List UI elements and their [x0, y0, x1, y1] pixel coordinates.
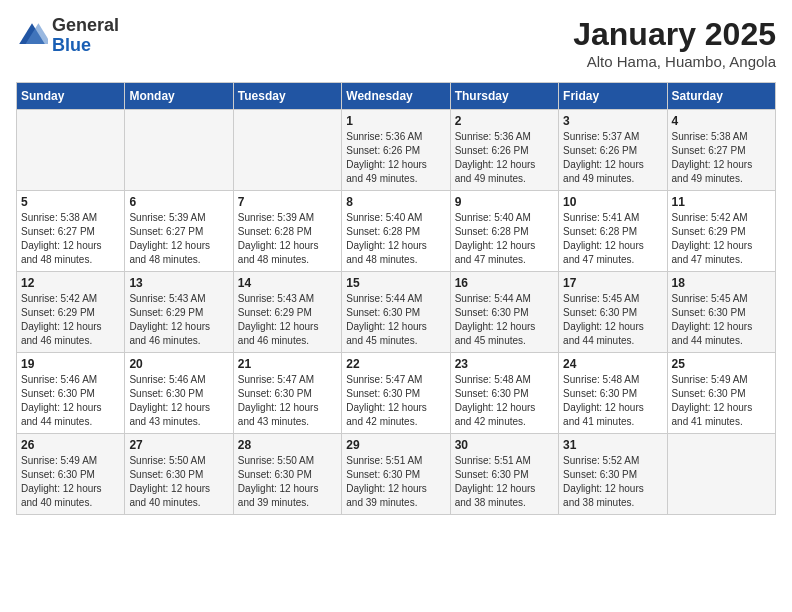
calendar-day-cell: 27Sunrise: 5:50 AM Sunset: 6:30 PM Dayli… [125, 434, 233, 515]
day-info: Sunrise: 5:36 AM Sunset: 6:26 PM Dayligh… [346, 130, 445, 186]
day-info: Sunrise: 5:46 AM Sunset: 6:30 PM Dayligh… [21, 373, 120, 429]
calendar-day-cell [667, 434, 775, 515]
page-header: General Blue January 2025 Alto Hama, Hua… [16, 16, 776, 70]
calendar-day-cell: 13Sunrise: 5:43 AM Sunset: 6:29 PM Dayli… [125, 272, 233, 353]
day-number: 19 [21, 357, 120, 371]
calendar-week-row: 5Sunrise: 5:38 AM Sunset: 6:27 PM Daylig… [17, 191, 776, 272]
day-info: Sunrise: 5:44 AM Sunset: 6:30 PM Dayligh… [346, 292, 445, 348]
day-number: 9 [455, 195, 554, 209]
day-info: Sunrise: 5:42 AM Sunset: 6:29 PM Dayligh… [672, 211, 771, 267]
calendar-week-row: 1Sunrise: 5:36 AM Sunset: 6:26 PM Daylig… [17, 110, 776, 191]
location-subtitle: Alto Hama, Huambo, Angola [573, 53, 776, 70]
day-number: 15 [346, 276, 445, 290]
day-number: 10 [563, 195, 662, 209]
calendar-table: SundayMondayTuesdayWednesdayThursdayFrid… [16, 82, 776, 515]
calendar-day-cell: 21Sunrise: 5:47 AM Sunset: 6:30 PM Dayli… [233, 353, 341, 434]
calendar-day-cell: 31Sunrise: 5:52 AM Sunset: 6:30 PM Dayli… [559, 434, 667, 515]
day-info: Sunrise: 5:43 AM Sunset: 6:29 PM Dayligh… [238, 292, 337, 348]
day-number: 30 [455, 438, 554, 452]
calendar-day-cell: 3Sunrise: 5:37 AM Sunset: 6:26 PM Daylig… [559, 110, 667, 191]
calendar-header-row: SundayMondayTuesdayWednesdayThursdayFrid… [17, 83, 776, 110]
calendar-week-row: 12Sunrise: 5:42 AM Sunset: 6:29 PM Dayli… [17, 272, 776, 353]
day-number: 7 [238, 195, 337, 209]
calendar-day-cell: 11Sunrise: 5:42 AM Sunset: 6:29 PM Dayli… [667, 191, 775, 272]
calendar-day-cell: 17Sunrise: 5:45 AM Sunset: 6:30 PM Dayli… [559, 272, 667, 353]
weekday-header: Monday [125, 83, 233, 110]
weekday-header: Tuesday [233, 83, 341, 110]
calendar-day-cell: 12Sunrise: 5:42 AM Sunset: 6:29 PM Dayli… [17, 272, 125, 353]
day-info: Sunrise: 5:45 AM Sunset: 6:30 PM Dayligh… [563, 292, 662, 348]
title-block: January 2025 Alto Hama, Huambo, Angola [573, 16, 776, 70]
calendar-day-cell: 8Sunrise: 5:40 AM Sunset: 6:28 PM Daylig… [342, 191, 450, 272]
day-number: 21 [238, 357, 337, 371]
day-number: 17 [563, 276, 662, 290]
logo: General Blue [16, 16, 119, 56]
day-number: 2 [455, 114, 554, 128]
calendar-day-cell: 30Sunrise: 5:51 AM Sunset: 6:30 PM Dayli… [450, 434, 558, 515]
day-number: 25 [672, 357, 771, 371]
day-info: Sunrise: 5:38 AM Sunset: 6:27 PM Dayligh… [21, 211, 120, 267]
calendar-day-cell: 10Sunrise: 5:41 AM Sunset: 6:28 PM Dayli… [559, 191, 667, 272]
day-number: 3 [563, 114, 662, 128]
day-info: Sunrise: 5:42 AM Sunset: 6:29 PM Dayligh… [21, 292, 120, 348]
calendar-day-cell: 4Sunrise: 5:38 AM Sunset: 6:27 PM Daylig… [667, 110, 775, 191]
day-number: 22 [346, 357, 445, 371]
day-info: Sunrise: 5:47 AM Sunset: 6:30 PM Dayligh… [346, 373, 445, 429]
day-number: 14 [238, 276, 337, 290]
calendar-day-cell: 18Sunrise: 5:45 AM Sunset: 6:30 PM Dayli… [667, 272, 775, 353]
calendar-day-cell [233, 110, 341, 191]
day-number: 1 [346, 114, 445, 128]
day-number: 8 [346, 195, 445, 209]
calendar-day-cell: 20Sunrise: 5:46 AM Sunset: 6:30 PM Dayli… [125, 353, 233, 434]
calendar-week-row: 19Sunrise: 5:46 AM Sunset: 6:30 PM Dayli… [17, 353, 776, 434]
calendar-day-cell: 19Sunrise: 5:46 AM Sunset: 6:30 PM Dayli… [17, 353, 125, 434]
day-info: Sunrise: 5:49 AM Sunset: 6:30 PM Dayligh… [672, 373, 771, 429]
day-info: Sunrise: 5:51 AM Sunset: 6:30 PM Dayligh… [346, 454, 445, 510]
day-info: Sunrise: 5:46 AM Sunset: 6:30 PM Dayligh… [129, 373, 228, 429]
day-number: 31 [563, 438, 662, 452]
calendar-day-cell: 2Sunrise: 5:36 AM Sunset: 6:26 PM Daylig… [450, 110, 558, 191]
day-info: Sunrise: 5:48 AM Sunset: 6:30 PM Dayligh… [455, 373, 554, 429]
calendar-day-cell: 6Sunrise: 5:39 AM Sunset: 6:27 PM Daylig… [125, 191, 233, 272]
day-info: Sunrise: 5:44 AM Sunset: 6:30 PM Dayligh… [455, 292, 554, 348]
calendar-day-cell: 16Sunrise: 5:44 AM Sunset: 6:30 PM Dayli… [450, 272, 558, 353]
logo-icon [16, 20, 48, 52]
day-info: Sunrise: 5:52 AM Sunset: 6:30 PM Dayligh… [563, 454, 662, 510]
calendar-day-cell [17, 110, 125, 191]
day-info: Sunrise: 5:45 AM Sunset: 6:30 PM Dayligh… [672, 292, 771, 348]
day-info: Sunrise: 5:49 AM Sunset: 6:30 PM Dayligh… [21, 454, 120, 510]
day-number: 20 [129, 357, 228, 371]
weekday-header: Sunday [17, 83, 125, 110]
day-number: 12 [21, 276, 120, 290]
day-number: 16 [455, 276, 554, 290]
calendar-day-cell: 24Sunrise: 5:48 AM Sunset: 6:30 PM Dayli… [559, 353, 667, 434]
day-info: Sunrise: 5:51 AM Sunset: 6:30 PM Dayligh… [455, 454, 554, 510]
day-info: Sunrise: 5:40 AM Sunset: 6:28 PM Dayligh… [455, 211, 554, 267]
day-info: Sunrise: 5:40 AM Sunset: 6:28 PM Dayligh… [346, 211, 445, 267]
calendar-day-cell: 25Sunrise: 5:49 AM Sunset: 6:30 PM Dayli… [667, 353, 775, 434]
calendar-day-cell: 1Sunrise: 5:36 AM Sunset: 6:26 PM Daylig… [342, 110, 450, 191]
day-number: 23 [455, 357, 554, 371]
day-number: 4 [672, 114, 771, 128]
calendar-day-cell: 28Sunrise: 5:50 AM Sunset: 6:30 PM Dayli… [233, 434, 341, 515]
calendar-day-cell: 29Sunrise: 5:51 AM Sunset: 6:30 PM Dayli… [342, 434, 450, 515]
day-number: 26 [21, 438, 120, 452]
calendar-day-cell: 22Sunrise: 5:47 AM Sunset: 6:30 PM Dayli… [342, 353, 450, 434]
day-info: Sunrise: 5:47 AM Sunset: 6:30 PM Dayligh… [238, 373, 337, 429]
calendar-day-cell [125, 110, 233, 191]
day-number: 28 [238, 438, 337, 452]
calendar-day-cell: 14Sunrise: 5:43 AM Sunset: 6:29 PM Dayli… [233, 272, 341, 353]
day-info: Sunrise: 5:50 AM Sunset: 6:30 PM Dayligh… [238, 454, 337, 510]
day-info: Sunrise: 5:39 AM Sunset: 6:27 PM Dayligh… [129, 211, 228, 267]
day-info: Sunrise: 5:37 AM Sunset: 6:26 PM Dayligh… [563, 130, 662, 186]
day-info: Sunrise: 5:41 AM Sunset: 6:28 PM Dayligh… [563, 211, 662, 267]
day-number: 18 [672, 276, 771, 290]
weekday-header: Thursday [450, 83, 558, 110]
month-title: January 2025 [573, 16, 776, 53]
logo-text: General Blue [52, 16, 119, 56]
logo-blue-text: Blue [52, 36, 119, 56]
day-number: 5 [21, 195, 120, 209]
day-number: 27 [129, 438, 228, 452]
calendar-day-cell: 5Sunrise: 5:38 AM Sunset: 6:27 PM Daylig… [17, 191, 125, 272]
day-info: Sunrise: 5:50 AM Sunset: 6:30 PM Dayligh… [129, 454, 228, 510]
